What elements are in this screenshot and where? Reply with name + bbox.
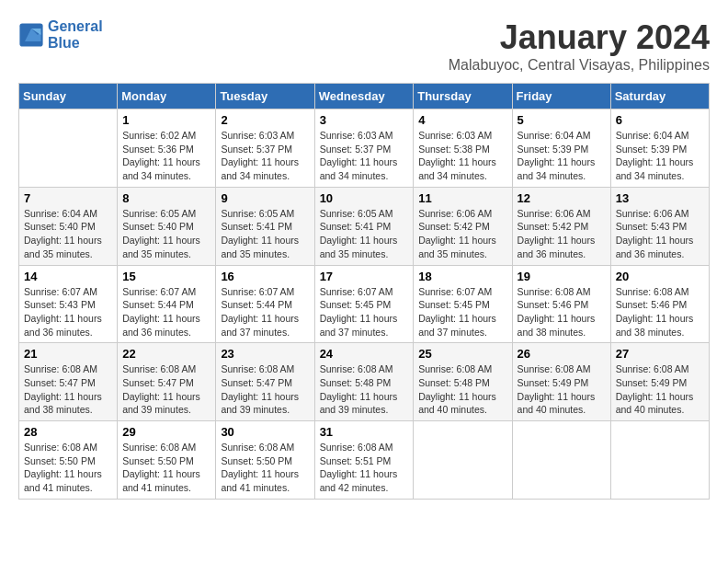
day-info: Sunrise: 6:06 AMSunset: 5:42 PMDaylight:… [518,207,606,261]
day-number: 21 [24,347,112,361]
day-info: Sunrise: 6:08 AMSunset: 5:47 PMDaylight:… [122,362,210,417]
day-info: Sunrise: 6:04 AMSunset: 5:40 PMDaylight:… [24,207,112,261]
day-number: 14 [24,270,112,283]
day-number: 19 [518,270,606,283]
logo-text: General Blue [48,18,103,51]
calendar-cell: 6Sunrise: 6:04 AMSunset: 5:39 PMDaylight… [610,109,709,188]
calendar-cell: 8Sunrise: 6:05 AMSunset: 5:40 PMDaylight… [118,187,216,265]
calendar-cell: 16Sunrise: 6:07 AMSunset: 5:44 PMDayligh… [216,265,314,343]
day-info: Sunrise: 6:08 AMSunset: 5:51 PMDaylight:… [320,441,409,495]
day-info: Sunrise: 6:04 AMSunset: 5:39 PMDaylight:… [518,129,606,183]
calendar-body: 1Sunrise: 6:02 AMSunset: 5:36 PMDaylight… [19,109,710,500]
calendar-cell: 4Sunrise: 6:03 AMSunset: 5:38 PMDaylight… [414,109,512,188]
calendar-week-2: 7Sunrise: 6:04 AMSunset: 5:40 PMDaylight… [19,187,710,265]
day-info: Sunrise: 6:07 AMSunset: 5:44 PMDaylight:… [221,285,309,339]
calendar-cell: 26Sunrise: 6:08 AMSunset: 5:49 PMDayligh… [512,343,610,421]
month-title: January 2024 [449,18,710,57]
calendar-cell: 12Sunrise: 6:06 AMSunset: 5:42 PMDayligh… [512,187,610,265]
calendar-cell: 21Sunrise: 6:08 AMSunset: 5:47 PMDayligh… [19,343,118,421]
day-info: Sunrise: 6:05 AMSunset: 5:40 PMDaylight:… [122,207,210,261]
day-number: 7 [24,191,112,205]
calendar-week-5: 28Sunrise: 6:08 AMSunset: 5:50 PMDayligh… [19,421,710,500]
day-header-sunday: Sunday [19,84,118,109]
day-number: 27 [616,347,704,361]
day-info: Sunrise: 6:08 AMSunset: 5:46 PMDaylight:… [518,285,606,339]
day-number: 1 [122,113,210,127]
calendar-cell: 27Sunrise: 6:08 AMSunset: 5:49 PMDayligh… [610,343,709,421]
calendar-cell: 14Sunrise: 6:07 AMSunset: 5:43 PMDayligh… [19,265,118,343]
calendar-cell: 24Sunrise: 6:08 AMSunset: 5:48 PMDayligh… [314,343,414,421]
calendar-cell [512,421,610,500]
calendar-cell: 11Sunrise: 6:06 AMSunset: 5:42 PMDayligh… [414,187,512,265]
day-number: 31 [320,425,409,439]
page-header: General Blue January 2024 Malabuyoc, Cen… [18,18,710,74]
calendar-cell: 23Sunrise: 6:08 AMSunset: 5:47 PMDayligh… [216,343,314,421]
calendar-cell: 5Sunrise: 6:04 AMSunset: 5:39 PMDaylight… [512,109,610,188]
day-number: 23 [221,347,309,361]
day-number: 22 [122,347,210,361]
day-header-wednesday: Wednesday [314,84,414,109]
calendar-cell [610,421,709,500]
day-info: Sunrise: 6:08 AMSunset: 5:47 PMDaylight:… [24,362,112,417]
day-number: 28 [24,425,112,439]
day-header-tuesday: Tuesday [216,84,314,109]
day-number: 18 [418,270,506,283]
day-header-saturday: Saturday [610,84,709,109]
calendar-cell: 28Sunrise: 6:08 AMSunset: 5:50 PMDayligh… [19,421,118,500]
day-info: Sunrise: 6:08 AMSunset: 5:49 PMDaylight:… [518,362,606,417]
day-info: Sunrise: 6:05 AMSunset: 5:41 PMDaylight:… [221,207,309,261]
day-info: Sunrise: 6:08 AMSunset: 5:50 PMDaylight:… [221,441,309,495]
calendar-cell: 13Sunrise: 6:06 AMSunset: 5:43 PMDayligh… [610,187,709,265]
calendar-cell [414,421,512,500]
calendar-cell: 9Sunrise: 6:05 AMSunset: 5:41 PMDaylight… [216,187,314,265]
logo-icon [18,22,44,48]
calendar-cell: 17Sunrise: 6:07 AMSunset: 5:45 PMDayligh… [314,265,414,343]
day-number: 15 [122,270,210,283]
day-number: 5 [518,113,606,127]
calendar-cell: 20Sunrise: 6:08 AMSunset: 5:46 PMDayligh… [610,265,709,343]
day-info: Sunrise: 6:05 AMSunset: 5:41 PMDaylight:… [320,207,409,261]
calendar-cell: 19Sunrise: 6:08 AMSunset: 5:46 PMDayligh… [512,265,610,343]
day-number: 9 [221,191,309,205]
calendar-cell: 31Sunrise: 6:08 AMSunset: 5:51 PMDayligh… [314,421,414,500]
calendar-cell: 25Sunrise: 6:08 AMSunset: 5:48 PMDayligh… [414,343,512,421]
calendar-week-3: 14Sunrise: 6:07 AMSunset: 5:43 PMDayligh… [19,265,710,343]
day-number: 3 [320,113,409,127]
logo: General Blue [18,18,103,51]
calendar-cell: 22Sunrise: 6:08 AMSunset: 5:47 PMDayligh… [118,343,216,421]
day-info: Sunrise: 6:03 AMSunset: 5:37 PMDaylight:… [221,129,309,183]
day-number: 20 [616,270,704,283]
day-number: 17 [320,270,409,283]
calendar-cell: 18Sunrise: 6:07 AMSunset: 5:45 PMDayligh… [414,265,512,343]
day-info: Sunrise: 6:06 AMSunset: 5:42 PMDaylight:… [418,207,506,261]
day-number: 2 [221,113,309,127]
day-info: Sunrise: 6:08 AMSunset: 5:49 PMDaylight:… [616,362,704,417]
day-info: Sunrise: 6:02 AMSunset: 5:36 PMDaylight:… [122,129,210,183]
calendar-cell: 3Sunrise: 6:03 AMSunset: 5:37 PMDaylight… [314,109,414,188]
calendar-week-1: 1Sunrise: 6:02 AMSunset: 5:36 PMDaylight… [19,109,710,188]
day-number: 16 [221,270,309,283]
day-info: Sunrise: 6:07 AMSunset: 5:44 PMDaylight:… [122,285,210,339]
day-number: 24 [320,347,409,361]
day-number: 6 [616,113,704,127]
day-info: Sunrise: 6:04 AMSunset: 5:39 PMDaylight:… [616,129,704,183]
day-info: Sunrise: 6:08 AMSunset: 5:48 PMDaylight:… [320,362,409,417]
day-info: Sunrise: 6:08 AMSunset: 5:48 PMDaylight:… [418,362,506,417]
calendar-week-4: 21Sunrise: 6:08 AMSunset: 5:47 PMDayligh… [19,343,710,421]
day-info: Sunrise: 6:06 AMSunset: 5:43 PMDaylight:… [616,207,704,261]
day-info: Sunrise: 6:07 AMSunset: 5:45 PMDaylight:… [320,285,409,339]
day-number: 25 [418,347,506,361]
calendar-cell: 10Sunrise: 6:05 AMSunset: 5:41 PMDayligh… [314,187,414,265]
day-info: Sunrise: 6:08 AMSunset: 5:46 PMDaylight:… [616,285,704,339]
day-number: 26 [518,347,606,361]
day-number: 8 [122,191,210,205]
location-title: Malabuyoc, Central Visayas, Philippines [449,57,710,74]
calendar-cell: 2Sunrise: 6:03 AMSunset: 5:37 PMDaylight… [216,109,314,188]
day-header-friday: Friday [512,84,610,109]
day-header-thursday: Thursday [414,84,512,109]
day-number: 29 [122,425,210,439]
day-number: 30 [221,425,309,439]
calendar-cell: 29Sunrise: 6:08 AMSunset: 5:50 PMDayligh… [118,421,216,500]
day-header-monday: Monday [118,84,216,109]
day-number: 11 [418,191,506,205]
